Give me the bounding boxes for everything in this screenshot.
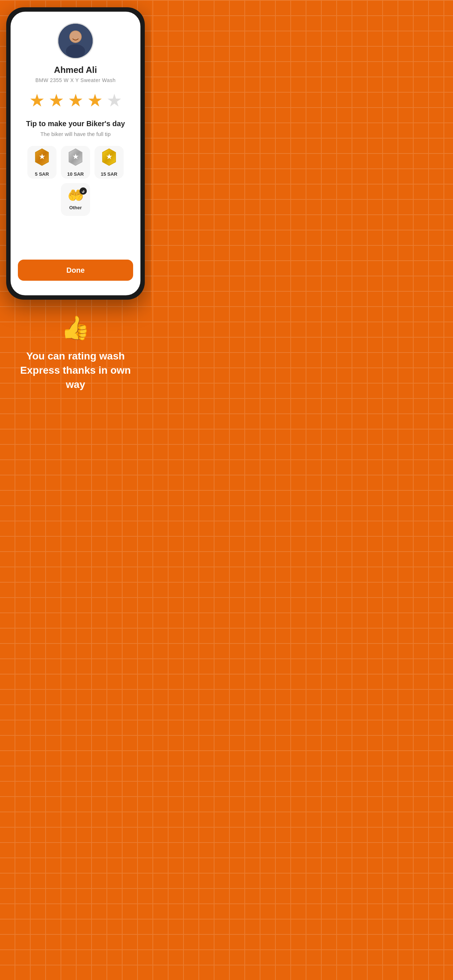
tip-label-15sar: 15 SAR (100, 171, 118, 177)
person-subtitle: BMW 2355 W X Y Sweater Wash (35, 77, 116, 83)
star-5[interactable]: ★ (107, 92, 122, 110)
tip-icon-10sar: ★ (67, 148, 83, 169)
avatar (57, 22, 94, 59)
thumbs-up-icon: 👍 (61, 314, 90, 342)
tip-label-other: Other (69, 205, 82, 210)
tip-subtitle: The biker will have the full tip (40, 131, 111, 137)
tip-icon-15sar: ★ (101, 148, 117, 169)
svg-point-3 (70, 31, 81, 42)
tip-label-5sar: 5 SAR (35, 171, 49, 177)
star-4[interactable]: ★ (87, 92, 103, 110)
phone-screen: Ahmed Ali BMW 2355 W X Y Sweater Wash ★ … (11, 12, 140, 295)
star-3[interactable]: ★ (68, 92, 83, 110)
stars-container: ★ ★ ★ ★ ★ (29, 92, 122, 110)
svg-text:★: ★ (106, 153, 112, 161)
person-name: Ahmed Ali (54, 65, 97, 75)
star-2[interactable]: ★ (48, 92, 64, 110)
svg-text:★: ★ (39, 153, 45, 161)
card-content: Ahmed Ali BMW 2355 W X Y Sweater Wash ★ … (11, 12, 140, 295)
bottom-section: 👍 You can rating wash Express thanks in … (0, 300, 151, 407)
tip-icon-other: 🤲 ي (67, 189, 84, 202)
svg-point-2 (66, 44, 85, 58)
tip-options: ★ 5 SAR (11, 146, 140, 216)
svg-text:★: ★ (73, 153, 79, 161)
tip-card-15sar[interactable]: ★ 15 SAR (94, 146, 124, 179)
tip-icon-5sar: ★ (34, 148, 50, 169)
tip-title: Tip to make your Biker's day (26, 119, 125, 128)
avatar-image (58, 24, 93, 58)
bottom-text-line1: You can rating wash Express thanks in ow… (11, 349, 140, 392)
avatar-container (57, 12, 94, 59)
tip-label-10sar: 10 SAR (67, 171, 84, 177)
done-button[interactable]: Done (18, 259, 133, 281)
tip-card-5sar[interactable]: ★ 5 SAR (27, 146, 57, 179)
phone-frame: Ahmed Ali BMW 2355 W X Y Sweater Wash ★ … (6, 7, 145, 300)
tip-card-other[interactable]: 🤲 ي Other (61, 183, 90, 216)
tip-card-10sar[interactable]: ★ 10 SAR (61, 146, 90, 179)
star-1[interactable]: ★ (29, 92, 45, 110)
